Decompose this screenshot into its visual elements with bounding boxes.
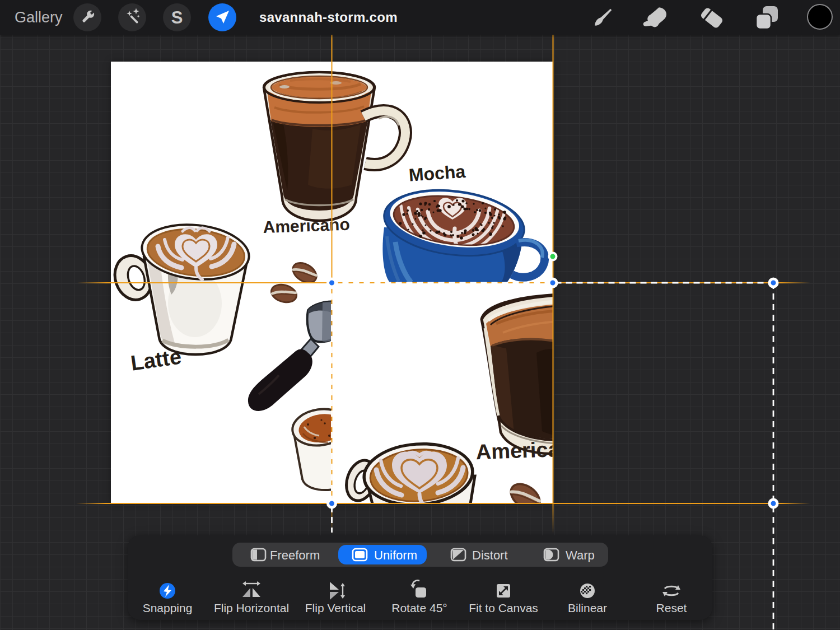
svg-text:S: S (171, 8, 183, 27)
